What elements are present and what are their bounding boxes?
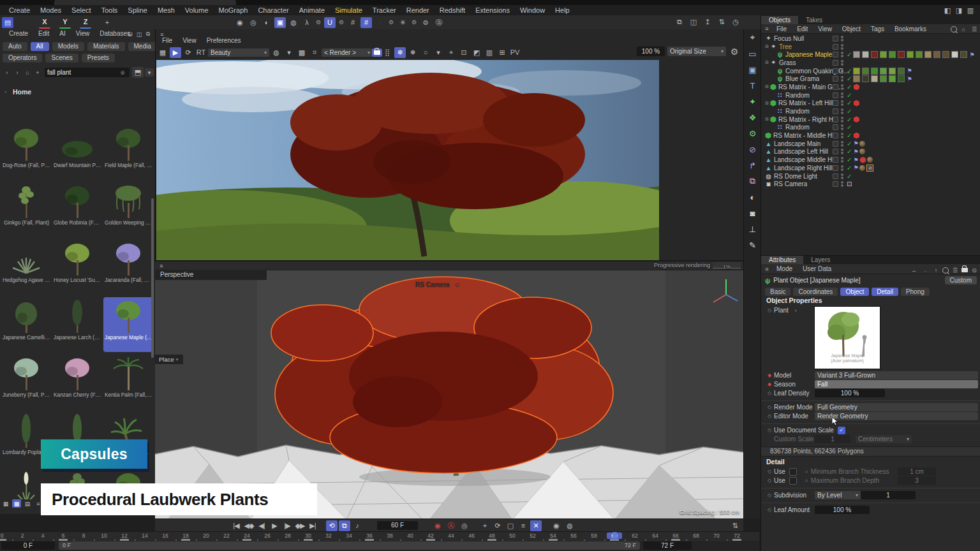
camera-swap-icon[interactable]: ⊙ (452, 281, 461, 289)
annotation-flag-tag[interactable]: ⚑ (853, 157, 858, 163)
frame-tick[interactable]: 22 (219, 533, 234, 539)
attr-forward-icon[interactable]: → (921, 266, 930, 274)
enabled-check-icon[interactable]: ✓ (847, 132, 852, 139)
key-position-icon[interactable]: + (479, 520, 491, 531)
frame-tick[interactable]: 42 (423, 533, 438, 539)
breadcrumb-back-icon[interactable]: ‹ (1, 87, 10, 96)
use-max-checkbox[interactable] (789, 477, 797, 485)
camera-link-icon[interactable]: ⊡ (847, 180, 852, 187)
attr-tab-basic[interactable]: Basic (765, 288, 791, 296)
quantize-icon[interactable]: # (360, 17, 372, 28)
enabled-check-icon[interactable]: ✓ (847, 99, 852, 107)
material-swatch[interactable] (916, 51, 923, 58)
object-row[interactable]: ∷Random✓ (761, 107, 980, 115)
object-label[interactable]: Japanese Maple (785, 51, 832, 58)
object-label[interactable]: RS Camera (774, 180, 807, 187)
end-frame-field[interactable]: 72 F (643, 541, 692, 550)
object-row[interactable]: ◍RS Dome Light✓ (761, 172, 980, 180)
asset-menu-ai[interactable]: AI (54, 30, 70, 37)
frame-tick[interactable]: 34 (341, 533, 357, 539)
expand-icon[interactable]: ⊞ (765, 84, 769, 89)
filter-tab-operators[interactable]: Operators (3, 54, 42, 62)
layer-chip[interactable] (833, 52, 838, 57)
material-swatch[interactable] (853, 75, 860, 82)
anim-dot-use-doc-scale[interactable]: ◇ (766, 427, 773, 433)
frame-tick[interactable]: 24 (239, 533, 255, 539)
frame-tick[interactable]: 72 (729, 533, 745, 539)
key-rotation-icon[interactable]: ⟳ (492, 520, 503, 531)
timeline-ruler[interactable]: 0246810121416182022242628303234363840424… (0, 531, 759, 541)
asset-menu-edit[interactable]: Edit (33, 30, 54, 37)
material-swatch[interactable] (898, 68, 905, 75)
editor-mode-dropdown[interactable]: Render Geometry (815, 412, 978, 420)
frame-tick[interactable]: 8 (76, 533, 91, 539)
axis-z-button[interactable]: Z (80, 17, 91, 29)
layer-chip[interactable] (833, 92, 838, 98)
material-swatch[interactable] (871, 75, 878, 82)
object-row[interactable]: RS Matrix - Middle Hill✓ (761, 131, 980, 140)
object-row[interactable]: ▲Landscape Left Hill✓⚑ (761, 148, 980, 156)
object-label[interactable]: Random (785, 92, 810, 99)
render-view-icon[interactable]: ◉ (234, 17, 246, 28)
material-swatch[interactable] (933, 51, 940, 58)
frame-tick[interactable]: 20 (198, 533, 214, 539)
frame-tick[interactable]: 14 (137, 533, 152, 539)
material-swatch[interactable] (880, 75, 887, 82)
material-swatch[interactable] (880, 68, 887, 75)
play-icon[interactable]: ▶ (269, 520, 280, 531)
frame-tick[interactable]: 26 (260, 533, 275, 539)
render-view-menu-preferences[interactable]: Preferences (202, 37, 246, 44)
expand-icon[interactable]: ⊞ (765, 44, 769, 49)
snowflake-icon[interactable]: ❅ (407, 47, 419, 58)
plant-card[interactable]: Juneberry (Fall, Plant) (1, 355, 52, 409)
expand-icon[interactable]: ⊞ (765, 101, 769, 106)
key-parameter-icon[interactable]: ≡ (517, 520, 529, 531)
size-dropdown[interactable]: Original Size▾ (667, 47, 726, 56)
object-label[interactable]: Tree (779, 43, 792, 50)
leaf-density-field[interactable]: 100 % (815, 389, 885, 397)
frame-tick[interactable]: 64 (648, 533, 663, 539)
rgb-channel-icon[interactable]: ◍ (271, 47, 282, 58)
frame-tick[interactable]: 70 (709, 533, 724, 539)
object-label[interactable]: RS Matrix - Right Hill (778, 116, 838, 123)
focus-a-icon[interactable]: ⌖ (445, 47, 457, 58)
object-manager-menu-tags[interactable]: Tags (866, 26, 889, 33)
export-icon[interactable]: ↥ (702, 17, 713, 27)
start-frame-field[interactable]: 0 F (1, 541, 55, 550)
visibility-dots[interactable] (841, 68, 843, 74)
floor-icon[interactable]: ⊥ (745, 221, 761, 237)
menu-item-extensions[interactable]: Extensions (470, 6, 515, 14)
key-scale-icon[interactable]: ▢ (505, 520, 516, 531)
image-a-icon[interactable]: ▥ (484, 47, 495, 58)
timeline-scroll-icon[interactable]: ⇅ (729, 520, 741, 531)
frame-tick[interactable]: 40 (403, 533, 418, 539)
redshift-tag[interactable] (853, 116, 859, 122)
object-row[interactable]: ⌖Focus Null (761, 34, 980, 43)
forward-icon[interactable]: › (13, 68, 22, 77)
season-dropdown[interactable]: Fall (815, 380, 978, 388)
visibility-dots[interactable] (841, 124, 843, 130)
clear-search-icon[interactable]: ⊗ (118, 68, 127, 77)
render-settings-icon[interactable]: ◍ (288, 17, 299, 28)
object-label[interactable]: Random (785, 108, 810, 115)
om-search-icon[interactable] (951, 26, 957, 33)
visibility-dots[interactable] (841, 60, 843, 66)
material-swatch[interactable] (942, 51, 949, 58)
visibility-dots[interactable] (841, 36, 843, 41)
asset-menu-create[interactable]: Create (4, 30, 33, 37)
object-label[interactable]: RS Matrix - Middle Hill (773, 132, 836, 139)
attr-search-icon[interactable] (942, 267, 949, 274)
breadcrumb[interactable]: Home (13, 88, 31, 96)
thumb-small-icon[interactable]: ▩ (12, 499, 21, 508)
capsule-icon[interactable]: ❖ (745, 110, 761, 125)
render-source-dropdown[interactable]: < Render >▾ (322, 48, 373, 57)
plant-card[interactable]: Globe Robinia (Fall, Pl... (52, 182, 103, 237)
plant-card[interactable]: Japanese Larch (Fall, Pl... (52, 297, 103, 352)
menu-item-character[interactable]: Character (253, 6, 293, 14)
enabled-check-icon[interactable]: ✓ (847, 51, 852, 58)
layer-chip[interactable] (833, 108, 838, 114)
object-row[interactable]: ⊞RS Matrix - Right Hill✓ (761, 115, 980, 124)
anim-dot-leaf-amount[interactable]: ◇ (766, 507, 773, 513)
attr-back-icon[interactable]: ← (910, 266, 919, 274)
material-swatch[interactable] (853, 51, 860, 58)
